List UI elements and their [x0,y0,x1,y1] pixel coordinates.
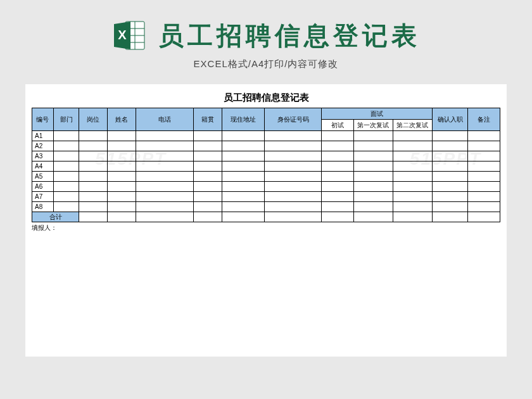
cell [193,141,222,151]
cell [353,141,393,151]
cell [432,141,467,151]
cell [432,151,467,162]
cell [136,172,193,182]
cell [353,151,393,162]
cell [393,131,432,141]
cell [108,141,136,151]
col-id: 编号 [32,108,54,131]
cell [193,172,222,182]
svg-text:X: X [118,28,127,42]
cell [136,162,193,172]
sheet-title: 员工招聘信息登记表 [32,92,500,104]
table-row: A7 [32,192,500,202]
cell [393,192,432,202]
cell [393,151,432,162]
cell [468,172,500,182]
cell [79,192,108,202]
cell [79,202,108,212]
cell [468,131,500,141]
cell [108,182,136,192]
cell [468,151,500,162]
cell [432,182,467,192]
cell [322,162,354,172]
cell [322,172,354,182]
cell [265,202,322,212]
cell [432,131,467,141]
cell [393,182,432,192]
cell [193,162,222,172]
cell [53,162,79,172]
table-row: A5 [32,172,500,182]
row-id: A5 [32,172,54,182]
cell [222,202,265,212]
cell [393,172,432,182]
row-id: A4 [32,162,54,172]
cell [222,182,265,192]
cell [353,192,393,202]
col-pos: 岗位 [79,108,108,131]
cell [136,131,193,141]
row-id: A6 [32,182,54,192]
cell [136,182,193,192]
cell [468,182,500,192]
cell [53,151,79,162]
cell [79,182,108,192]
col-interview-group: 面试 [322,108,433,120]
cell [322,182,354,192]
cell [353,131,393,141]
spreadsheet-preview: 员工招聘信息登记表 编号 部门 岗位 姓名 电话 籍贯 现住地址 身份证号码 面… [25,84,507,357]
cell [108,131,136,141]
cell [53,182,79,192]
cell [108,162,136,172]
cell [108,172,136,182]
cell [265,141,322,151]
cell [108,192,136,202]
cell [222,151,265,162]
col-iv2: 第一次复试 [353,120,393,131]
cell [222,192,265,202]
cell [265,172,322,182]
cell [353,202,393,212]
cell [222,162,265,172]
page-subtitle: EXCEL格式/A4打印/内容可修改 [0,58,532,70]
cell [432,192,467,202]
cell [193,131,222,141]
cell [468,202,500,212]
cell [265,131,322,141]
cell [322,131,354,141]
cell [193,192,222,202]
row-id: A2 [32,141,54,151]
cell [193,151,222,162]
cell [265,182,322,192]
cell [136,151,193,162]
col-dept: 部门 [53,108,79,131]
cell [79,151,108,162]
cell [432,202,467,212]
table-row: A3 [32,151,500,162]
cell [432,172,467,182]
cell [222,141,265,151]
row-id: A7 [32,192,54,202]
cell [393,202,432,212]
row-id: A1 [32,131,54,141]
cell [108,202,136,212]
cell [265,151,322,162]
cell [322,202,354,212]
footer-note: 填报人： [32,224,500,232]
cell [136,192,193,202]
recruitment-table: 编号 部门 岗位 姓名 电话 籍贯 现住地址 身份证号码 面试 确认入职 备注 … [32,108,500,222]
cell [222,172,265,182]
row-id: A3 [32,151,54,162]
cell [265,192,322,202]
cell [353,172,393,182]
cell [468,141,500,151]
table-row: A4 [32,162,500,172]
cell [468,192,500,202]
cell [53,202,79,212]
cell [432,162,467,172]
cell [322,141,354,151]
table-row: A8 [32,202,500,212]
col-confirm: 确认入职 [432,108,467,131]
cell [193,202,222,212]
cell [79,141,108,151]
